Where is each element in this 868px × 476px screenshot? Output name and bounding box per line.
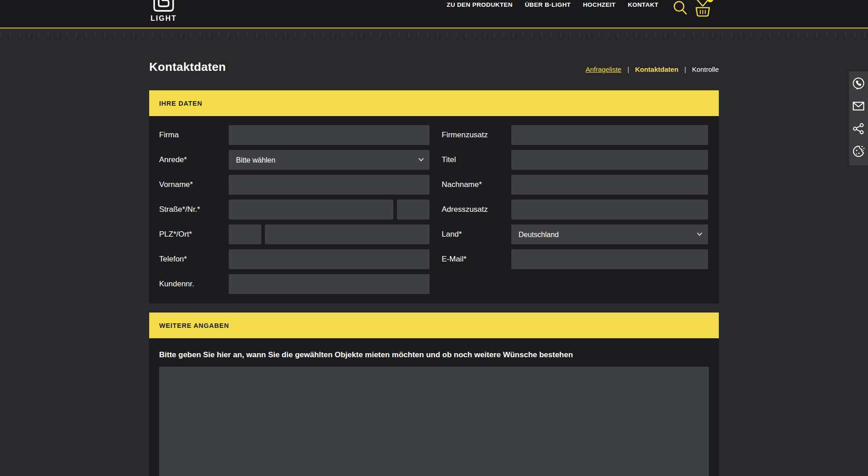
- nav-item-produkte[interactable]: ZU DEN PRODUKTEN: [447, 1, 513, 9]
- breadcrumb-anfrageliste[interactable]: Anfrageliste: [585, 65, 621, 73]
- field-kundennr-input[interactable]: [229, 274, 429, 294]
- field-land-select[interactable]: Deutschland: [511, 224, 708, 244]
- field-nachname-label: Nachname*: [442, 180, 511, 189]
- form-row-adresszusatz: Adresszusatz: [442, 200, 708, 219]
- field-plz-ort-label: PLZ*/Ort*: [159, 230, 229, 239]
- field-kundennr-label: Kundennr.: [159, 280, 229, 289]
- field-adresszusatz-label: Adresszusatz: [442, 205, 511, 214]
- form-row-telefon: Telefon*: [159, 249, 429, 269]
- nav-item-ueber-b-light[interactable]: ÜBER B-LIGHT: [525, 1, 571, 9]
- cookie-icon[interactable]: [852, 145, 865, 158]
- breadcrumb-kontrolle: Kontrolle: [692, 65, 719, 73]
- contact-side-bar: [849, 71, 868, 165]
- logo-text: LIGHT: [151, 14, 177, 23]
- nav-item-hochzeit[interactable]: HOCHZEIT: [583, 1, 615, 9]
- field-firma-input[interactable]: [229, 125, 429, 145]
- form-row-anrede: Anrede*Bitte wählen: [159, 150, 429, 170]
- field-strasse-nr-input-1[interactable]: [229, 200, 393, 219]
- field-adresszusatz-input[interactable]: [511, 200, 708, 219]
- field-titel-label: Titel: [442, 155, 511, 164]
- form-row-firmenzusatz: Firmenzusatz: [442, 125, 708, 145]
- field-firmenzusatz-input[interactable]: [511, 125, 708, 145]
- page-title: Kontaktdaten: [149, 60, 226, 74]
- nav-item-kontakt[interactable]: KONTAKT: [628, 1, 659, 9]
- field-strasse-nr-input-2[interactable]: [397, 200, 429, 219]
- field-vorname-label: Vorname*: [159, 180, 229, 189]
- breadcrumb-kontaktdaten: Kontaktdaten: [635, 65, 679, 73]
- field-anrede-select[interactable]: Bitte wählen: [229, 150, 429, 170]
- field-vorname-input[interactable]: [229, 175, 429, 195]
- section-weitere-angaben: WEITERE ANGABEN Bitte geben Sie hier an,…: [149, 313, 719, 476]
- form-column-right: FirmenzusatzTitelNachname*AdresszusatzLa…: [442, 125, 708, 299]
- form-row-vorname: Vorname*: [159, 175, 429, 195]
- share-icon[interactable]: [852, 122, 865, 135]
- field-email-label: E-Mail*: [442, 255, 511, 264]
- header-tick-pattern: [0, 33, 868, 37]
- weitere-angaben-intro: Bitte geben Sie hier an, wann Sie die ge…: [149, 338, 719, 367]
- field-nachname-input[interactable]: [511, 175, 708, 195]
- form-row-land: Land*Deutschland: [442, 224, 708, 244]
- breadcrumb-separator: |: [627, 65, 629, 73]
- form-row-nachname: Nachname*: [442, 175, 708, 195]
- breadcrumb: Anfrageliste | Kontaktdaten | Kontrolle: [585, 65, 719, 73]
- field-anrede-label: Anrede*: [159, 155, 229, 164]
- section-ihre-daten: IHRE DATEN FirmaAnrede*Bitte wählenVorna…: [149, 90, 719, 303]
- logo-b-icon: [153, 0, 175, 14]
- mail-icon[interactable]: [852, 100, 865, 112]
- form-row-titel: Titel: [442, 150, 708, 170]
- field-firmenzusatz-label: Firmenzusatz: [442, 131, 511, 140]
- field-firma-label: Firma: [159, 131, 229, 140]
- field-land-label: Land*: [442, 230, 511, 239]
- breadcrumb-separator: |: [684, 65, 686, 73]
- basket-icon[interactable]: [693, 0, 716, 19]
- field-titel-input[interactable]: [511, 150, 708, 170]
- search-icon[interactable]: [672, 0, 689, 18]
- form-row-firma: Firma: [159, 125, 429, 145]
- phone-icon[interactable]: [852, 77, 865, 90]
- section-ihre-daten-banner: IHRE DATEN: [149, 90, 719, 116]
- form-row-plz-ort: PLZ*/Ort*: [159, 224, 429, 244]
- site-logo[interactable]: LIGHT: [151, 0, 177, 23]
- contact-form: FirmaAnrede*Bitte wählenVorname*Straße*/…: [159, 125, 709, 299]
- form-column-left: FirmaAnrede*Bitte wählenVorname*Straße*/…: [159, 125, 429, 299]
- field-strasse-nr-label: Straße*/Nr.*: [159, 205, 229, 214]
- form-row-strasse-nr: Straße*/Nr.*: [159, 200, 429, 219]
- form-row-email: E-Mail*: [442, 249, 708, 269]
- field-telefon-input[interactable]: [229, 249, 429, 269]
- field-plz-ort-input-1[interactable]: [229, 224, 261, 244]
- field-plz-ort-input-2[interactable]: [265, 224, 429, 244]
- basket-badge: [707, 0, 713, 2]
- main-nav: ZU DEN PRODUKTEN ÜBER B-LIGHT HOCHZEIT K…: [447, 1, 658, 9]
- form-row-kundennr: Kundennr.: [159, 274, 429, 294]
- wuensche-textarea[interactable]: [159, 367, 709, 476]
- site-header: LIGHT ZU DEN PRODUKTEN ÜBER B-LIGHT HOCH…: [0, 0, 868, 28]
- field-email-input[interactable]: [511, 249, 708, 269]
- field-telefon-label: Telefon*: [159, 255, 229, 264]
- section-weitere-angaben-banner: WEITERE ANGABEN: [149, 313, 719, 338]
